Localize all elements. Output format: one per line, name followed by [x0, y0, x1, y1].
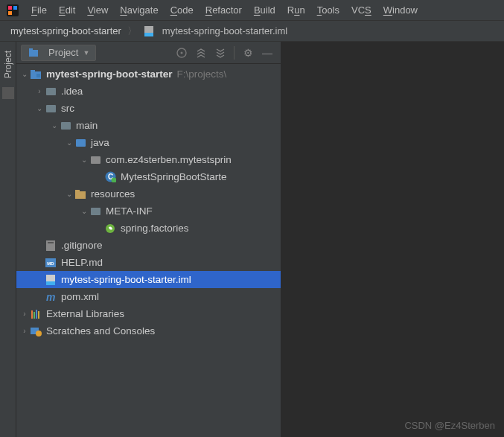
chevron-down-icon[interactable]: ⌄	[34, 104, 45, 112]
svg-rect-5	[144, 33, 153, 36]
tree-factories[interactable]: spring.factories	[16, 220, 281, 237]
spring-file-icon	[104, 223, 116, 235]
svg-rect-12	[36, 74, 40, 77]
menu-code[interactable]: Code	[165, 4, 200, 16]
chevron-down-icon[interactable]: ⌄	[64, 138, 74, 147]
menu-file[interactable]: File	[25, 4, 53, 16]
tree-resources[interactable]: ⌄ resources	[16, 185, 281, 202]
tree-external-libraries[interactable]: › External Libraries	[16, 305, 281, 322]
svg-rect-26	[31, 310, 33, 319]
menubar: File Edit View Navigate Code Refactor Bu…	[0, 0, 504, 21]
svg-point-9	[181, 51, 183, 54]
breadcrumb-separator-icon: 〉	[127, 25, 137, 38]
svg-rect-27	[34, 312, 35, 319]
collapse-all-icon[interactable]	[214, 47, 226, 59]
gitignore-icon	[45, 240, 57, 252]
sidebar-tool-icon[interactable]	[2, 87, 14, 99]
svg-rect-29	[38, 311, 39, 319]
tree-class[interactable]: C MytestSpringBootStarte	[16, 168, 281, 185]
tree-main[interactable]: ⌄ main	[16, 117, 281, 134]
maven-icon: m	[45, 291, 57, 303]
scratches-icon	[30, 325, 42, 337]
svg-point-31	[36, 331, 42, 336]
svg-rect-7	[29, 48, 33, 51]
tree-iml[interactable]: mytest-spring-boot-starter.iml	[16, 271, 281, 288]
tree-scratches[interactable]: › Scratches and Consoles	[16, 322, 281, 339]
menu-refactor[interactable]: Refactor	[200, 4, 248, 16]
menu-run[interactable]: Run	[281, 4, 311, 16]
menu-edit[interactable]: Edit	[53, 4, 81, 16]
folder-icon	[89, 205, 101, 217]
chevron-down-icon[interactable]: ⌄	[79, 207, 89, 215]
minimize-icon[interactable]: —	[261, 47, 273, 59]
svg-rect-3	[13, 6, 17, 10]
tree-java[interactable]: ⌄ java	[16, 134, 281, 151]
tree-package[interactable]: ⌄ com.ez4sterben.mytestsprin	[16, 151, 281, 168]
markdown-icon: MD	[45, 257, 57, 269]
sidebar-tab-project[interactable]: Project	[3, 46, 13, 83]
module-icon	[30, 68, 42, 80]
tree-metainf[interactable]: ⌄ META-INF	[16, 202, 281, 220]
chevron-right-icon[interactable]: ›	[19, 310, 30, 318]
libraries-icon	[30, 308, 42, 320]
svg-text:m: m	[46, 292, 55, 302]
app-icon	[6, 4, 19, 17]
panel-header: Project ▼ ⚙ —	[16, 42, 281, 64]
tree-idea[interactable]: › .idea	[16, 83, 281, 100]
svg-rect-24	[46, 281, 55, 285]
project-view-dropdown[interactable]: Project ▼	[21, 45, 96, 61]
chevron-right-icon[interactable]: ›	[34, 87, 45, 95]
menu-window[interactable]: Window	[377, 4, 424, 16]
source-folder-icon	[74, 137, 86, 149]
tree-helpmd[interactable]: MD HELP.md	[16, 254, 281, 271]
editor-area	[281, 42, 504, 437]
iml-file-icon	[45, 274, 57, 286]
svg-rect-6	[29, 50, 38, 57]
resources-folder-icon	[74, 188, 86, 200]
chevron-down-icon[interactable]: ⌄	[64, 190, 74, 198]
breadcrumb: mytest-spring-boot-starter 〉 mytest-spri…	[0, 21, 504, 42]
chevron-down-icon: ▼	[83, 49, 89, 57]
locate-icon[interactable]	[176, 47, 188, 59]
tree-src[interactable]: ⌄ src	[16, 100, 281, 117]
menu-build[interactable]: Build	[248, 4, 281, 16]
svg-rect-17	[75, 190, 80, 192]
menu-tools[interactable]: Tools	[311, 4, 345, 16]
iml-file-icon	[143, 25, 155, 37]
project-tree: ⌄ mytest-spring-boot-starter F:\projects…	[16, 64, 281, 437]
package-icon	[89, 154, 101, 166]
breadcrumb-root[interactable]: mytest-spring-boot-starter	[10, 25, 121, 36]
left-gutter: Project	[0, 42, 16, 437]
svg-rect-1	[8, 6, 12, 10]
project-panel: Project ▼ ⚙ — ⌄ mytest-spring-boot-start…	[16, 42, 281, 437]
folder-icon	[45, 103, 57, 115]
svg-rect-20	[48, 242, 54, 243]
svg-text:MD: MD	[47, 261, 54, 266]
svg-rect-16	[75, 191, 86, 199]
svg-rect-28	[36, 310, 37, 319]
project-icon	[28, 47, 39, 59]
chevron-right-icon[interactable]: ›	[19, 327, 30, 335]
tree-root[interactable]: ⌄ mytest-spring-boot-starter F:\projects…	[16, 66, 281, 83]
chevron-down-icon[interactable]: ⌄	[79, 156, 89, 164]
breadcrumb-file[interactable]: mytest-spring-boot-starter.iml	[143, 25, 287, 37]
svg-rect-2	[8, 11, 12, 15]
class-icon: C	[104, 171, 116, 183]
gear-icon[interactable]: ⚙	[242, 47, 254, 59]
folder-icon	[45, 86, 57, 98]
menu-view[interactable]: View	[81, 4, 114, 16]
menu-navigate[interactable]: Navigate	[114, 4, 164, 16]
chevron-down-icon[interactable]: ⌄	[19, 70, 30, 78]
expand-all-icon[interactable]	[195, 47, 207, 59]
toolbar-divider	[234, 46, 235, 60]
watermark: CSDN @Ez4Sterben	[404, 420, 495, 431]
tree-gitignore[interactable]: .gitignore	[16, 237, 281, 254]
folder-icon	[60, 120, 71, 132]
svg-rect-11	[31, 70, 35, 72]
menu-vcs[interactable]: VCS	[345, 4, 377, 16]
chevron-down-icon[interactable]: ⌄	[49, 121, 60, 130]
tree-pom[interactable]: m pom.xml	[16, 288, 281, 305]
